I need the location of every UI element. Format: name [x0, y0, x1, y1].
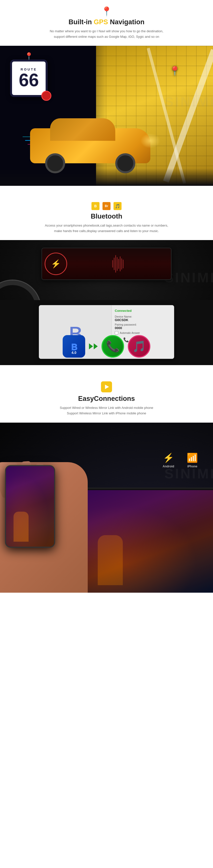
bt-icon-2: Br: [103, 202, 110, 210]
gps-title: Built-in GPS Navigation: [15, 18, 198, 26]
usb-icon: ⚡: [163, 453, 174, 463]
speed-lines: [67, 256, 168, 271]
phone-screen: [6, 466, 54, 547]
bt-title: Bluetooth: [15, 213, 198, 220]
bt-pairing-label: Pairing password:: [115, 323, 137, 326]
android-label: Android: [163, 465, 174, 468]
bt-device-name-row: Device Name: G0CSDK: [115, 315, 171, 322]
gps-description: No matter where you want to go I Navi wi…: [41, 29, 172, 39]
iphone-label: iPhone: [187, 465, 197, 468]
headunit: ⚡: [41, 248, 172, 280]
bt-auto-answer-row: Automatic Answer: [115, 331, 171, 335]
bt-version-label: 4.0: [72, 350, 76, 354]
ec-title: EasyConnections: [15, 395, 198, 403]
sp-line-8: [123, 259, 124, 268]
sp-line-6: [120, 256, 121, 271]
car-wheel-left: [45, 153, 65, 173]
sp-line-2: [114, 257, 114, 270]
bt-icon-feature: ʙ 4.0: [63, 335, 85, 358]
iphone-connection-item: 📶 iPhone: [187, 453, 198, 468]
spacer-2: [0, 365, 213, 375]
bt-image-area: SINIMI ⚡ ʙ 4.0: [0, 240, 213, 365]
ec-description: Support Wired or Wireless Mirror Link wi…: [41, 405, 172, 416]
headlight-glow: [140, 133, 160, 148]
car-wheel-right: [115, 153, 135, 173]
route-pin: 📍: [25, 52, 33, 60]
arrow-1: [89, 343, 93, 349]
phone-call-icon: 📞: [102, 335, 124, 358]
music-icon: 🎵: [132, 340, 146, 353]
car-display-screen: [78, 490, 213, 593]
bt-auto-answer-label: Automatic Answer: [120, 332, 140, 334]
easy-connections-section: EasyConnections Support Wired or Wireles…: [0, 375, 213, 422]
bt-icon-1: B: [91, 202, 100, 210]
bt-icon-3: 🎵: [113, 202, 122, 210]
speed-gauge: ⚡: [45, 253, 67, 275]
phone-held: [5, 465, 55, 548]
wifi-icon: 📶: [187, 453, 198, 463]
gps-pin-icon: 📍: [15, 6, 198, 17]
bt-pairing-value: 0000: [115, 326, 122, 330]
sp-line-1: [112, 260, 113, 268]
sp-line-5: [118, 259, 119, 269]
gps-section: 📍 Built-in GPS Navigation No matter wher…: [0, 0, 213, 46]
bluetooth-section: B Br 🎵 Bluetooth Access your smartphones…: [0, 196, 213, 240]
music-icon-feature: 🎵: [128, 335, 150, 358]
gps-title-highlight: GPS: [94, 18, 108, 26]
car-display-dashboard: [75, 488, 213, 593]
ec-desc-line1: Support Wired or Wireless Mirror Link wi…: [60, 406, 153, 410]
bt-features-row: ʙ 4.0 📞 🎵: [63, 335, 150, 358]
bt-auto-answer-checkbox[interactable]: [115, 331, 118, 335]
route66-sign: 📍 ROUTE 66: [10, 60, 48, 97]
route66-box: ROUTE 66: [10, 60, 48, 97]
hand-phone-group: [0, 447, 88, 593]
android-connection-item: ⚡ Android: [163, 453, 174, 468]
route-number: 66: [19, 71, 39, 89]
connection-icons-group: ⚡ Android 📶 iPhone: [163, 453, 198, 468]
ec-image-area: SINIMI ⚡ Android 📶 iPhone: [0, 423, 213, 593]
map-location-pin: 📍: [169, 66, 180, 76]
bt-icons-row: B Br 🎵: [15, 202, 198, 210]
ec-icon-box: [101, 381, 112, 392]
bt-pairing-row: Pairing password: 0000: [115, 323, 171, 330]
bt-connected-status: Connected: [115, 309, 171, 313]
sp-line-4: [117, 257, 117, 271]
sp-line-7: [121, 258, 122, 270]
phone-icon: 📞: [106, 340, 120, 353]
bt-device-name-value: G0CSDK: [115, 318, 128, 322]
headunit-screen: ⚡: [42, 248, 171, 279]
car-visual: [30, 118, 150, 173]
bt-device-name-label: Device Name:: [115, 315, 132, 318]
spacer-1: [0, 186, 213, 196]
route-dot: [41, 91, 51, 101]
arrow-connector: [89, 343, 98, 349]
car-screen-overlay: [78, 490, 213, 593]
sp-line-3: [115, 255, 116, 273]
bt-description: Access your smartphones phonebook,call l…: [41, 223, 172, 234]
play-icon: [105, 384, 109, 389]
movie-overlay: [6, 466, 54, 547]
gps-image-area: SINIMI 📍 ROUTE 66 📍: [0, 46, 213, 186]
arrow-2: [94, 343, 98, 349]
ec-desc-line2: Support Wireless Mirror Link with iPhone…: [67, 411, 146, 415]
